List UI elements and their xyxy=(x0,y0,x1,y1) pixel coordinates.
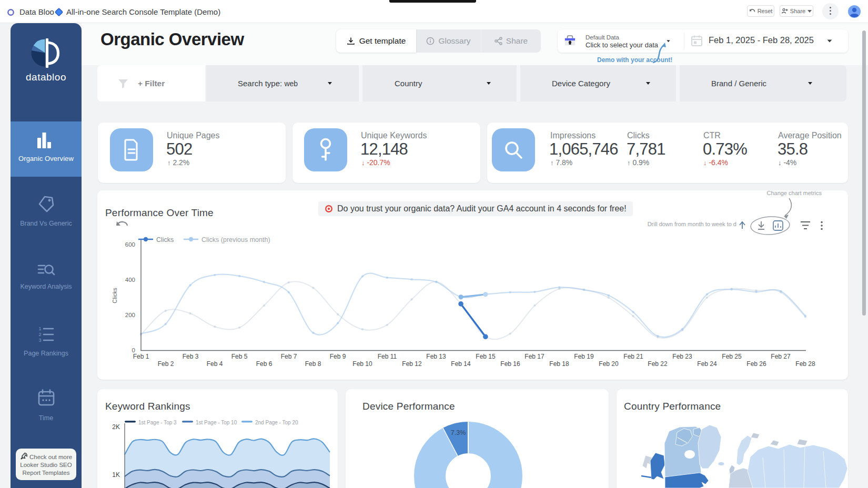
svg-text:Clicks (previous month): Clicks (previous month) xyxy=(201,236,270,243)
svg-text:Feb 27: Feb 27 xyxy=(771,353,791,360)
svg-text:Feb 19: Feb 19 xyxy=(574,353,594,360)
svg-text:1K: 1K xyxy=(112,471,120,479)
svg-text:Feb 11: Feb 11 xyxy=(378,353,397,360)
svg-text:2: 2 xyxy=(38,332,41,337)
svg-text:7.3%: 7.3% xyxy=(451,429,466,436)
svg-text:Change chart metrics: Change chart metrics xyxy=(766,190,822,196)
svg-text:Feb 4: Feb 4 xyxy=(207,360,223,368)
svg-text:2nd Page - Top 20: 2nd Page - Top 20 xyxy=(255,420,298,425)
svg-text:600: 600 xyxy=(125,241,135,248)
svg-text:Clicks: Clicks xyxy=(112,288,118,303)
svg-text:400: 400 xyxy=(125,277,135,283)
svg-text:Feb 21: Feb 21 xyxy=(623,353,643,360)
svg-text:Feb 10: Feb 10 xyxy=(352,360,372,368)
svg-text:Feb 7: Feb 7 xyxy=(281,353,297,360)
svg-text:Feb 1: Feb 1 xyxy=(133,353,149,360)
svg-text:Feb 5: Feb 5 xyxy=(231,353,248,360)
svg-text:Feb 26: Feb 26 xyxy=(746,360,766,368)
svg-text:Feb 24: Feb 24 xyxy=(697,360,717,368)
svg-text:1st Page - Top 10: 1st Page - Top 10 xyxy=(196,420,237,425)
svg-text:Feb 22: Feb 22 xyxy=(648,360,668,368)
svg-text:Feb 12: Feb 12 xyxy=(402,360,422,368)
svg-text:Feb 16: Feb 16 xyxy=(500,360,520,368)
svg-text:1: 1 xyxy=(38,326,41,331)
svg-text:Feb 9: Feb 9 xyxy=(330,353,346,360)
svg-text:Feb 13: Feb 13 xyxy=(426,353,446,360)
svg-text:Feb 3: Feb 3 xyxy=(183,353,199,360)
svg-text:2K: 2K xyxy=(112,423,120,431)
svg-text:1st Page - Top 3: 1st Page - Top 3 xyxy=(138,420,177,425)
svg-text:Feb 2: Feb 2 xyxy=(158,360,174,368)
svg-text:Feb 14: Feb 14 xyxy=(451,360,471,368)
svg-text:Clicks: Clicks xyxy=(156,236,174,243)
svg-text:200: 200 xyxy=(125,312,135,318)
svg-text:Feb 17: Feb 17 xyxy=(524,353,544,360)
svg-text:Feb 23: Feb 23 xyxy=(672,353,692,360)
svg-text:Feb 28: Feb 28 xyxy=(795,360,815,368)
svg-text:3: 3 xyxy=(38,338,41,343)
svg-text:Feb 8: Feb 8 xyxy=(305,360,321,368)
svg-text:Feb 25: Feb 25 xyxy=(722,353,742,360)
svg-text:Feb 15: Feb 15 xyxy=(476,353,496,360)
svg-text:Feb 20: Feb 20 xyxy=(599,360,619,368)
svg-text:Feb 6: Feb 6 xyxy=(256,360,272,368)
svg-text:Drill down from month to week: Drill down from month to week to d xyxy=(648,221,736,227)
svg-text:Feb 18: Feb 18 xyxy=(549,360,569,368)
